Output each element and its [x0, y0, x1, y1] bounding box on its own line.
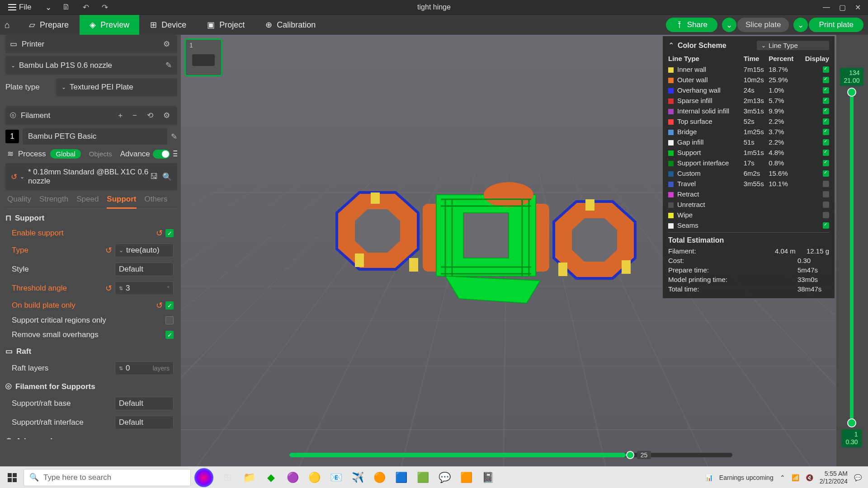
subtab-strength[interactable]: Strength	[39, 195, 68, 204]
slice-dropdown[interactable]: ⌄	[722, 18, 736, 32]
edit-icon[interactable]: ✎	[165, 61, 172, 70]
tab-calibration[interactable]: ⊕Calibration	[255, 15, 326, 35]
clock[interactable]: 5:55 AM 2/12/2024	[820, 470, 848, 485]
tab-prepare[interactable]: ▱Prepare	[19, 15, 79, 35]
display-checkbox[interactable]	[823, 202, 829, 208]
share-button[interactable]: ⭱Share	[666, 18, 717, 32]
display-checkbox[interactable]	[823, 170, 829, 177]
file-menu[interactable]: File ⌄	[4, 1, 56, 14]
objects-pill[interactable]: Objects	[85, 149, 116, 159]
horizontal-layer-slider[interactable]: 25	[289, 453, 732, 459]
gear-icon[interactable]: ⚙	[160, 38, 173, 50]
remove-filament-button[interactable]: −	[130, 110, 140, 121]
redo-icon[interactable]: ↷	[95, 1, 114, 14]
color-scheme-select[interactable]: ⌄Line Type	[757, 41, 829, 50]
volume-icon[interactable]: 🔇	[806, 474, 813, 481]
subtab-quality[interactable]: Quality	[7, 195, 31, 204]
mail-icon[interactable]: 📧	[326, 467, 346, 488]
display-checkbox[interactable]	[823, 150, 829, 156]
maximize-button[interactable]: ▢	[839, 3, 846, 12]
home-icon[interactable]: ⌂	[5, 20, 18, 30]
display-checkbox[interactable]	[823, 212, 829, 218]
app4-icon[interactable]: 🟩	[412, 467, 433, 488]
global-pill[interactable]: Global	[50, 149, 80, 159]
app7-icon[interactable]: 📓	[477, 467, 498, 488]
telegram-icon[interactable]: ✈️	[347, 467, 368, 488]
start-button[interactable]	[2, 467, 23, 488]
support-base-select[interactable]: Default	[115, 397, 174, 410]
enable-support-checkbox[interactable]: ✓	[165, 229, 174, 237]
plate-thumbnail[interactable]: 1	[184, 38, 222, 76]
display-checkbox[interactable]	[823, 181, 829, 187]
app2-icon[interactable]: 🟠	[369, 467, 390, 488]
tab-project[interactable]: ▣Project	[197, 15, 255, 35]
edit-icon[interactable]: ✎	[171, 132, 177, 141]
display-checkbox[interactable]	[823, 118, 829, 125]
plate-type-select[interactable]: ⌄ Textured PEI Plate	[56, 78, 177, 96]
cortana-icon[interactable]	[194, 468, 213, 487]
app5-icon[interactable]: 💬	[434, 467, 455, 488]
display-checkbox[interactable]	[823, 191, 829, 197]
filament-swatch[interactable]: 1	[5, 130, 19, 143]
display-checkbox[interactable]	[823, 222, 829, 229]
remove-overhangs-checkbox[interactable]: ✓	[165, 331, 174, 339]
display-checkbox[interactable]	[823, 139, 829, 145]
reset-icon[interactable]: ↺	[105, 283, 112, 293]
new-icon[interactable]: 🗎	[56, 1, 76, 14]
minimize-button[interactable]: —	[823, 3, 830, 12]
threshold-input[interactable]: ⇅3°	[115, 282, 174, 295]
display-checkbox[interactable]	[823, 129, 829, 135]
save-icon[interactable]: 🖫	[150, 172, 158, 181]
style-select[interactable]: Default	[115, 263, 174, 276]
print-button[interactable]: Print plate	[809, 18, 863, 32]
news-icon[interactable]: 📊	[705, 474, 713, 481]
undo-icon[interactable]: ↶	[76, 1, 95, 14]
slice-button[interactable]: Slice plate	[737, 18, 789, 32]
print-dropdown[interactable]: ⌄	[793, 18, 808, 32]
support-interface-select[interactable]: Default	[115, 416, 174, 429]
subtab-support[interactable]: Support	[107, 195, 136, 209]
add-filament-button[interactable]: +	[115, 110, 125, 121]
close-button[interactable]: ✕	[855, 3, 861, 12]
critical-regions-checkbox[interactable]: ✓	[165, 316, 174, 324]
display-checkbox[interactable]	[823, 108, 829, 114]
display-checkbox[interactable]	[823, 77, 829, 83]
search-icon[interactable]: 🔍	[162, 172, 172, 182]
tray-chevron-icon[interactable]: ⌃	[780, 474, 785, 481]
advance-toggle[interactable]	[153, 150, 170, 159]
reset-icon[interactable]: ↺	[156, 300, 163, 310]
build-plate-checkbox[interactable]: ✓	[165, 301, 174, 310]
reset-icon[interactable]: ↺	[105, 245, 112, 255]
list-icon[interactable]: ☰	[173, 149, 177, 159]
wifi-icon[interactable]: 📶	[792, 474, 799, 481]
notifications-icon[interactable]: 💬	[854, 474, 862, 481]
news-text[interactable]: Earnings upcoming	[719, 474, 774, 481]
app3-icon[interactable]: 🟦	[391, 467, 411, 488]
sync-icon[interactable]: ⟲	[144, 110, 156, 121]
raft-layers-input[interactable]: ⇅0layers	[115, 361, 174, 375]
display-checkbox[interactable]	[823, 160, 829, 166]
tab-preview[interactable]: ◈Preview	[80, 15, 139, 35]
taskview-icon[interactable]: ⊞	[217, 467, 238, 488]
subtab-others[interactable]: Others	[145, 195, 168, 204]
bambu-icon[interactable]: ◆	[260, 467, 281, 488]
collapse-icon[interactable]: ⌃	[668, 41, 674, 50]
printer-select[interactable]: ⌄ Bambu Lab P1S 0.6 nozzle ✎	[5, 56, 177, 75]
explorer-icon[interactable]: 📁	[239, 467, 259, 488]
type-select[interactable]: ⌄tree(auto)	[115, 244, 174, 257]
display-checkbox[interactable]	[823, 98, 829, 104]
filament-select[interactable]: Bambu PETG Basic	[23, 128, 167, 145]
search-input[interactable]: 🔍 Type here to search	[24, 469, 191, 486]
app-icon[interactable]: 🟣	[282, 467, 303, 488]
display-checkbox[interactable]	[823, 87, 829, 94]
display-checkbox[interactable]	[823, 66, 829, 73]
app6-icon[interactable]: 🟧	[456, 467, 476, 488]
tab-device[interactable]: ⊞Device	[140, 15, 196, 35]
gear-icon[interactable]: ⚙	[160, 110, 173, 121]
vertical-layer-slider[interactable]	[850, 89, 854, 426]
reset-icon[interactable]: ↺	[156, 228, 163, 238]
chrome-icon[interactable]: 🟡	[304, 467, 325, 488]
reset-icon[interactable]: ↺	[11, 172, 17, 182]
subtab-speed[interactable]: Speed	[76, 195, 99, 204]
process-preset-select[interactable]: ↺ ⌄ * 0.18mm Standard @BBL X1C 0.6 nozzl…	[5, 163, 177, 190]
